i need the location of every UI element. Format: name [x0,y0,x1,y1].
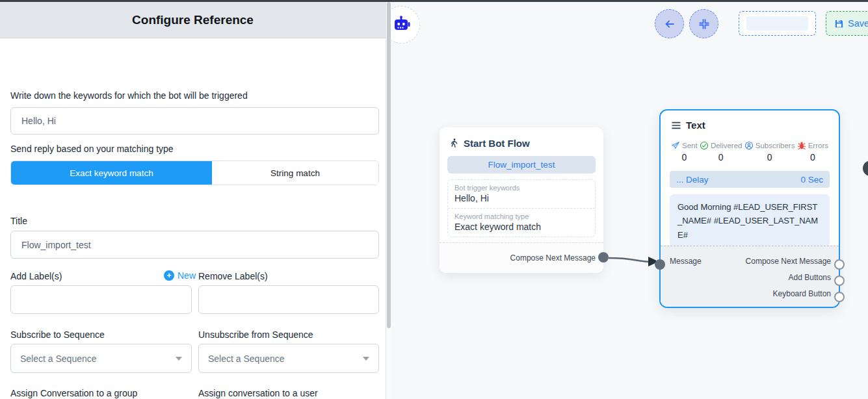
subscribers-icon [744,141,754,150]
stat-sent-value: 0 [681,152,687,162]
start-node-title: Start Bot Flow [464,138,530,149]
flow-name-pill[interactable]: Flow_import_test [447,156,596,174]
matching-type-row-label: Keyword matching type [454,212,588,220]
trigger-keywords-label: Bot trigger keywords [454,184,588,192]
title-input[interactable] [10,231,379,259]
start-node-footer: Compose Next Message [440,242,603,273]
text-node-title: Text [686,120,705,131]
save-button[interactable]: Save [826,11,868,36]
out-port-add-buttons-dot[interactable] [834,276,845,286]
window-top-bar [0,0,868,2]
save-icon [834,19,844,29]
assign-group-label: Assign Conversation to a group [10,388,137,398]
errors-icon [797,141,806,150]
plus-icon: + [164,270,174,281]
delivered-icon [700,141,709,150]
save-label: Save [848,18,868,29]
secondary-toolbar-button[interactable] [739,11,816,36]
stat-errors-value: 0 [810,152,815,162]
compress-icon [698,18,710,30]
out-port-keyboard-dot[interactable] [834,292,845,302]
chevron-down-icon [363,357,369,361]
flow-canvas[interactable]: Save Start Bot Flow Flow_import_test Bot… [391,2,868,399]
text-message-node[interactable]: Text Sent 0 Delivered 0 [659,109,840,308]
configure-reference-panel: Configure Reference Write down the keywo… [0,2,386,399]
chevron-down-icon [176,357,182,361]
stat-sent: Sent 0 [671,141,698,162]
trigger-keywords-value: Hello, Hi [454,193,588,203]
keywords-label: Write down the keywords for which the bo… [10,90,248,101]
trigger-keywords-row[interactable]: Bot trigger keywords Hello, Hi [448,180,595,208]
message-content[interactable]: Good Morning #LEAD_USER_FIRST_NAME# #LEA… [670,194,830,248]
offscreen-connector-dot[interactable] [863,161,868,176]
in-port-label: Message [670,257,702,266]
delay-label: ... Delay [676,175,709,185]
matching-type-row-value: Exact keyword match [454,222,588,232]
sent-icon [671,141,680,150]
start-node-header: Start Bot Flow [440,127,603,155]
stat-delivered: Delivered 0 [700,141,743,162]
remove-labels-label: Remove Label(s) [198,271,268,281]
walking-person-icon [449,137,459,149]
port-row-keyboard-button: Keyboard Button [670,285,831,302]
stat-subscribers-label: Subscribers [756,142,795,149]
subscribe-sequence-select[interactable]: Select a Sequence [10,344,192,373]
delay-setting[interactable]: ... Delay 0 Sec [670,171,830,188]
bot-avatar[interactable] [391,6,420,44]
panel-scrollbar-track[interactable] [386,2,391,399]
stat-errors: Errors 0 [797,141,828,162]
start-out-port-label: Compose Next Message [510,253,596,263]
assign-user-label: Assign conversation to a user [198,388,318,398]
arrow-left-icon [663,18,676,31]
stat-subscribers: Subscribers 0 [744,141,795,162]
delay-value: 0 Sec [800,175,823,185]
unsubscribe-sequence-value: Select a Sequence [208,354,285,364]
matching-type-tabs: Exact keyword match String match [10,161,379,185]
robot-icon [391,15,411,34]
subscribe-sequence-label: Subscribe to Sequence [10,329,105,340]
port-row-add-buttons: Add Buttons [670,269,831,285]
matching-type-row[interactable]: Keyword matching type Exact keyword matc… [448,208,595,237]
panel-scrollbar-thumb[interactable] [387,2,391,328]
text-node-footer: Message Compose Next Message Add Buttons… [661,246,839,307]
remove-labels-input[interactable] [198,285,379,314]
start-out-port-dot[interactable] [598,252,609,263]
title-label: Title [10,216,27,226]
toolbar-button-placeholder [746,16,808,31]
unsubscribe-sequence-select[interactable]: Select a Sequence [198,344,379,373]
out-port-keyboard-label: Keyboard Button [773,289,831,298]
stat-errors-label: Errors [808,142,828,149]
stat-delivered-label: Delivered [711,142,743,149]
add-labels-label: Add Label(s) [10,271,62,281]
compress-view-button[interactable] [689,9,718,38]
text-in-port-dot[interactable] [655,259,665,270]
port-row-message: Message Compose Next Message [670,253,831,269]
panel-header: Configure Reference [0,2,386,38]
stats-row: Sent 0 Delivered 0 Subscribers [661,135,839,162]
subscribe-sequence-value: Select a Sequence [20,354,97,364]
unsubscribe-sequence-label: Unsubscribe from Sequence [198,329,313,340]
matching-type-label: Send reply based on your matching type [10,144,174,154]
tab-string-match[interactable]: String match [212,161,378,185]
out-port-compose-dot[interactable] [834,259,845,270]
out-port-compose-label: Compose Next Message [746,257,831,266]
stat-delivered-value: 0 [718,152,724,162]
start-node-config: Bot trigger keywords Hello, Hi Keyword m… [447,179,596,237]
menu-icon[interactable] [671,121,681,130]
back-button[interactable] [655,9,684,38]
start-bot-flow-node[interactable]: Start Bot Flow Flow_import_test Bot trig… [440,127,603,273]
out-port-add-buttons-label: Add Buttons [789,273,831,282]
text-node-header: Text [661,110,839,135]
add-labels-input[interactable] [10,285,192,314]
page-title: Configure Reference [132,13,254,27]
new-label-text: New [178,270,196,281]
stat-sent-label: Sent [682,142,698,149]
tab-exact-keyword-match[interactable]: Exact keyword match [11,161,212,185]
new-label-button[interactable]: + New [164,270,196,281]
stat-subscribers-value: 0 [767,152,772,162]
keywords-input[interactable] [10,107,379,135]
